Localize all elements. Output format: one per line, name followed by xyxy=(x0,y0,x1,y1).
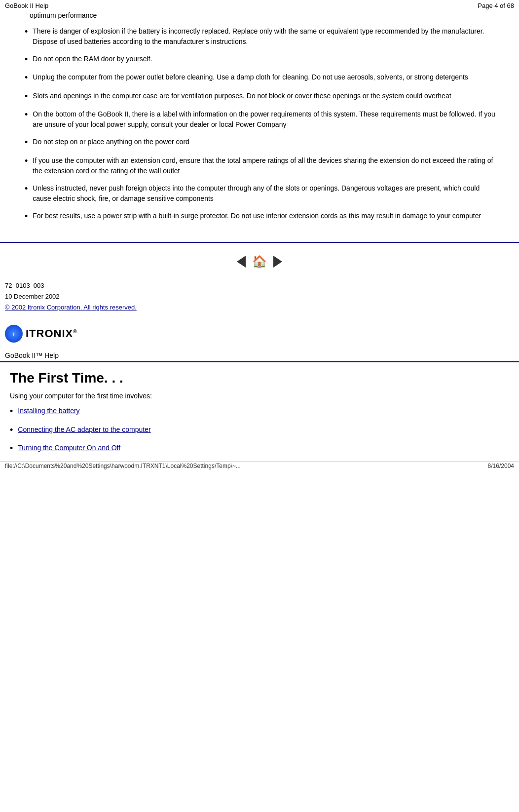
itronix-logo: i ITRONIX® xyxy=(5,325,514,343)
gobook-section-header: GoBook II™ Help xyxy=(0,349,519,362)
list-item: Do not open the RAM door by yourself. xyxy=(20,54,499,65)
navigation-bar: 🏠 xyxy=(0,253,519,271)
first-time-link-list: Installing the batteryConnecting the AC … xyxy=(5,406,514,454)
doc-id: 72_0103_003 xyxy=(5,280,514,291)
list-item: Unless instructed, never push foreign ob… xyxy=(20,183,499,204)
copyright-link[interactable]: © 2002 Itronix Corporation. All rights r… xyxy=(5,304,137,311)
back-arrow-button[interactable] xyxy=(234,254,249,269)
brand-tm: ® xyxy=(73,329,77,334)
itronix-brand-name: ITRONIX® xyxy=(26,327,77,340)
first-time-link[interactable]: Connecting the AC adapter to the compute… xyxy=(18,425,150,435)
list-item: Unplug the computer from the power outle… xyxy=(20,72,499,83)
itronix-logo-circle-icon: i xyxy=(5,325,23,343)
right-arrow-icon xyxy=(273,256,282,268)
footer-section: 72_0103_003 10 December 2002 © 2002 Itro… xyxy=(0,280,519,318)
list-item: Do not step on or place anything on the … xyxy=(20,137,499,148)
status-bar: file://C:\Documents%20and%20Settings\har… xyxy=(0,461,519,470)
section-divider xyxy=(0,242,519,243)
list-item: There is danger of explosion if the batt… xyxy=(20,26,499,47)
first-time-title: The First Time. . . xyxy=(10,370,509,386)
page-info: Page 4 of 68 xyxy=(478,2,514,9)
list-item: If you use the computer with an extensio… xyxy=(20,155,499,176)
brand-name-text: ITRONIX xyxy=(26,327,73,340)
first-time-intro: Using your computer for the first time i… xyxy=(10,392,509,400)
list-item: Connecting the AC adapter to the compute… xyxy=(5,425,514,436)
optimum-text: optimum performance xyxy=(30,11,499,19)
page-header: GoBook II Help Page 4 of 68 xyxy=(0,0,519,11)
first-time-link[interactable]: Installing the battery xyxy=(18,406,79,416)
copyright-text: © 2002 Itronix Corporation. All rights r… xyxy=(5,302,514,313)
app-title: GoBook II Help xyxy=(5,2,48,9)
file-path: file://C:\Documents%20and%20Settings\har… xyxy=(5,463,241,469)
list-item: Turning the Computer On and Off xyxy=(5,443,514,454)
gobook-header-text: GoBook II™ Help xyxy=(5,351,59,359)
list-item: On the bottom of the GoBook II, there is… xyxy=(20,109,499,130)
doc-date: 10 December 2002 xyxy=(5,291,514,302)
list-item: Slots and openings in the computer case … xyxy=(20,91,499,102)
list-item: Installing the battery xyxy=(5,406,514,417)
list-item: For best results, use a power strip with… xyxy=(20,211,499,222)
left-arrow-icon xyxy=(237,256,246,268)
status-date: 8/16/2004 xyxy=(488,463,514,469)
main-content: optimum performance There is danger of e… xyxy=(0,11,519,234)
first-time-section: The First Time. . . Using your computer … xyxy=(0,370,519,454)
first-time-link[interactable]: Turning the Computer On and Off xyxy=(18,443,120,453)
bullet-list: There is danger of explosion if the batt… xyxy=(20,26,499,222)
home-icon: 🏠 xyxy=(252,255,267,269)
forward-arrow-button[interactable] xyxy=(270,254,285,269)
home-button[interactable]: 🏠 xyxy=(251,253,268,271)
